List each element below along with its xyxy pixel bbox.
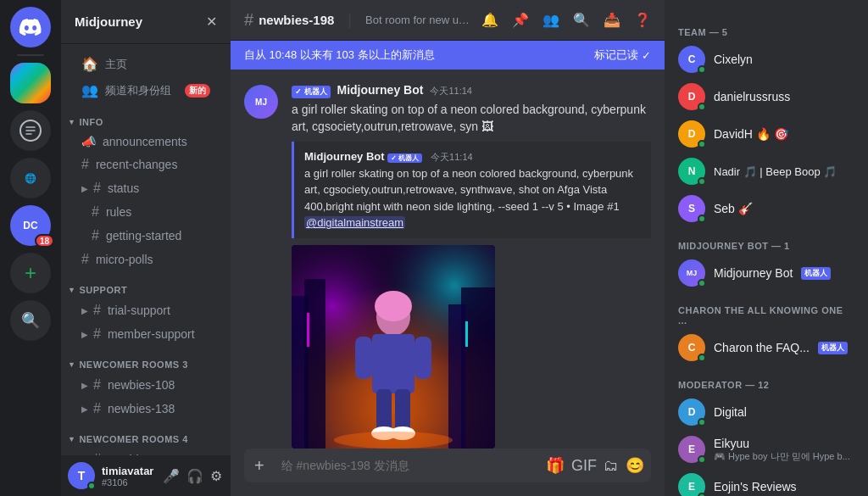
member-status-nadir xyxy=(698,177,706,186)
settings-button[interactable]: ⚙ xyxy=(209,466,224,486)
member-status-digital xyxy=(698,418,706,426)
hash-icon-5: # xyxy=(81,252,89,267)
notification-text: 自从 10:48 以来有 103 条以上的新消息 xyxy=(244,47,435,63)
hash-icon-2: # xyxy=(93,181,101,196)
member-seb[interactable]: S Seb 🎸 xyxy=(671,190,861,227)
member-avatar-charon: C xyxy=(678,334,705,361)
main-area: # newbies-198 | Bot room for new users. … xyxy=(231,0,665,496)
member-eojin[interactable]: E Eojin's Reviews xyxy=(671,468,861,496)
member-name-charon: Charon the FAQ... xyxy=(714,341,810,354)
member-name-cixelyn: Cixelyn xyxy=(714,53,753,66)
channel-rules[interactable]: # rules xyxy=(68,200,224,224)
server-midjourney-icon[interactable] xyxy=(10,63,51,103)
channel-status[interactable]: ▶ # status xyxy=(68,176,224,200)
channel-member-support[interactable]: ▶ # member-support xyxy=(68,322,224,346)
category-info[interactable]: ▼ INFO xyxy=(61,103,231,131)
emoji-icon[interactable]: 😊 xyxy=(626,456,644,475)
server-notif-wrapper: DC 18 xyxy=(0,205,61,246)
category-arrow-n3: ▼ xyxy=(68,360,75,369)
server-name: Midjourney xyxy=(75,14,142,29)
members-header-icon[interactable]: 👥 xyxy=(542,12,559,28)
nav-home[interactable]: 🏠 主页 xyxy=(68,51,224,77)
category-support[interactable]: ▼ SUPPORT xyxy=(61,271,231,298)
nav-home-label: 主页 xyxy=(105,57,127,72)
message-author-1: Midjourney Bot xyxy=(337,83,424,97)
channel-newbies-138[interactable]: ▶ # newbies-138 xyxy=(68,397,224,421)
header-icons: 🔔 📌 👥 🔍 📥 ❓ xyxy=(481,12,651,28)
category-newcomer3-label: NEWCOMER ROOMS 3 xyxy=(79,359,187,370)
member-davidh[interactable]: D DavidH 🔥 🎯 xyxy=(671,115,861,153)
svg-rect-18 xyxy=(395,389,410,432)
mark-read-button[interactable]: 标记已读 ✓ xyxy=(594,47,651,63)
hash-icon-9: # xyxy=(93,401,101,416)
message-header-1: ✓ 机器人 Midjourney Bot 今天11:14 xyxy=(292,83,651,98)
chat-message-input[interactable] xyxy=(275,449,539,482)
nav-channels[interactable]: 👥 频道和身份组 新的 xyxy=(68,77,224,103)
hash-icon-3: # xyxy=(92,204,99,220)
channel-getting-started[interactable]: # getting-started xyxy=(68,224,224,248)
chat-header-desc: Bot room for new users. Type /imagine th… xyxy=(365,14,471,26)
channel-recent-changes-label: recent-changes xyxy=(96,158,178,171)
server-explore-wrapper: 🔍 xyxy=(0,300,61,341)
add-attachment-button[interactable]: + xyxy=(251,449,268,482)
new-badge: 新的 xyxy=(185,84,210,98)
sticker-icon[interactable]: 🗂 xyxy=(604,457,619,475)
user-info: timiavatar #3106 xyxy=(102,465,154,488)
thread-icon[interactable]: 🔔 xyxy=(481,12,498,28)
member-cixelyn[interactable]: C Cixelyn xyxy=(671,41,861,78)
server-home-icon[interactable] xyxy=(10,7,51,47)
server-s4-icon[interactable]: 🌐 xyxy=(10,158,51,198)
channel-micro-polls[interactable]: # micro-polls xyxy=(68,248,224,271)
member-danielruss[interactable]: D danielrussruss xyxy=(671,78,861,115)
explore-servers-button[interactable]: 🔍 xyxy=(10,300,51,341)
inbox-icon[interactable]: 📥 xyxy=(604,12,620,28)
member-category-mod: MODERATOR — 12 xyxy=(671,373,861,393)
deafen-button[interactable]: 🎧 xyxy=(185,466,205,486)
channel-micro-polls-label: micro-polls xyxy=(96,253,153,266)
member-avatar-label-charon: C xyxy=(688,342,696,354)
member-digital[interactable]: D Digital xyxy=(671,393,861,431)
channel-announcements[interactable]: 📣 announcements xyxy=(68,131,224,153)
notification-bar: 自从 10:48 以来有 103 条以上的新消息 标记已读 ✓ xyxy=(231,41,665,70)
channel-sidebar: Midjourney ✕ 🏠 主页 👥 频道和身份组 新的 xyxy=(61,0,231,496)
add-server-button[interactable]: + xyxy=(10,253,51,293)
chat-header: # newbies-198 | Bot room for new users. … xyxy=(231,0,665,41)
expand-icon-member: ▶ xyxy=(81,330,88,339)
member-sub-eikyuu: 🎮 Hype boy 나만 믿에 Hype b... xyxy=(714,450,850,463)
gif-icon[interactable]: GIF xyxy=(571,457,597,475)
server-s3-icon[interactable] xyxy=(10,110,51,151)
svg-rect-8 xyxy=(461,287,495,449)
member-mjbot[interactable]: MJ Midjourney Bot 机器人 xyxy=(671,254,861,292)
help-icon[interactable]: ❓ xyxy=(634,12,651,28)
user-name: timiavatar xyxy=(102,465,154,477)
server-notification-badge: 18 xyxy=(35,234,54,248)
server-notif-icon[interactable]: DC 18 xyxy=(10,205,51,246)
bot-badge-1: ✓ 机器人 xyxy=(292,86,331,98)
channel-rules-label: rules xyxy=(106,205,131,219)
mention-digital[interactable]: @digitalmainstream xyxy=(304,216,405,229)
member-avatar-eojin: E xyxy=(678,473,705,496)
channel-recent-changes[interactable]: # recent-changes xyxy=(68,153,224,176)
channel-newbies-108[interactable]: ▶ # newbies-108 xyxy=(68,373,224,397)
mute-button[interactable]: 🎤 xyxy=(161,466,181,486)
category-newcomer3[interactable]: ▼ NEWCOMER ROOMS 3 xyxy=(61,346,231,373)
member-name-mjbot: Midjourney Bot xyxy=(714,266,793,280)
user-avatar-label: T xyxy=(78,469,86,482)
search-header-icon[interactable]: 🔍 xyxy=(573,12,590,28)
member-eikyuu[interactable]: E Eikyuu 🎮 Hype boy 나만 믿에 Hype b... xyxy=(671,431,861,468)
member-charon[interactable]: C Charon the FAQ... 机器人 xyxy=(671,329,861,366)
server-header[interactable]: Midjourney ✕ xyxy=(61,0,231,44)
expand-icon-108: ▶ xyxy=(81,381,88,390)
user-tag: #3106 xyxy=(102,477,154,488)
member-status-seb xyxy=(698,215,706,223)
channel-newbies-168[interactable]: ▶ # newbies-168 xyxy=(68,448,224,455)
category-arrow-n4: ▼ xyxy=(68,435,75,443)
pin-icon[interactable]: 📌 xyxy=(512,12,529,28)
channel-trial-support[interactable]: ▶ # trial-support xyxy=(68,298,224,322)
gift-icon[interactable]: 🎁 xyxy=(546,456,565,475)
generated-image-container xyxy=(292,245,495,449)
member-avatar-label-mjbot: MJ xyxy=(687,269,698,277)
category-newcomer4[interactable]: ▼ NEWCOMER ROOMS 4 xyxy=(61,421,231,448)
member-nadir[interactable]: N Nadir 🎵 | Beep Boop 🎵 xyxy=(671,153,861,190)
channel-newbies-108-label: newbies-108 xyxy=(108,378,175,392)
